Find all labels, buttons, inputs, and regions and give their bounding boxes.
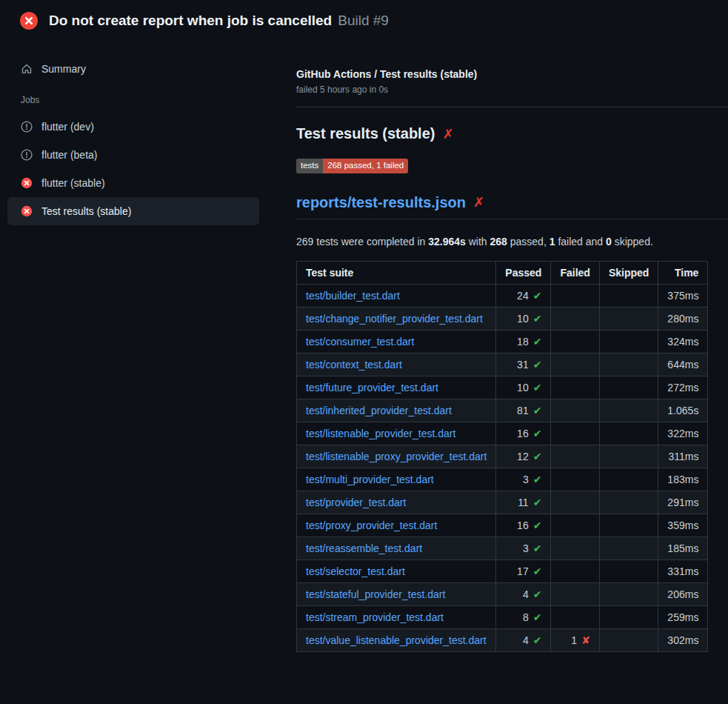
badge-value: 268 passed, 1 failed [323,159,408,173]
table-row: test/listenable_provider_test.dart16✔322… [297,422,708,445]
build-number: Build #9 [338,13,389,28]
summary-mid2: passed, [507,236,550,248]
failed-circle-icon [21,177,33,189]
table-row: test/selector_test.dart17✔331ms [297,559,708,582]
skipped-cell [599,284,658,307]
table-row: test/multi_provider_test.dart3✔183ms [297,468,708,491]
check-icon: ✔ [533,565,542,577]
page-header: Do not create report when job is cancell… [0,0,728,41]
test-suite-link[interactable]: test/consumer_test.dart [306,336,414,348]
time-cell: 206ms [658,582,708,605]
test-suite-link[interactable]: test/multi_provider_test.dart [306,474,434,485]
summary-prefix: 269 tests were completed in [296,236,428,248]
table-row: test/future_provider_test.dart10✔272ms [297,376,708,399]
check-icon: ✔ [533,290,542,302]
test-suite-link[interactable]: test/builder_test.dart [306,290,400,302]
summary-passed: 268 [490,236,507,248]
passed-cell: 16✔ [496,514,551,537]
test-suite-link[interactable]: test/inherited_provider_test.dart [306,405,452,416]
check-icon: ✔ [533,428,542,439]
skipped-cell [599,422,658,445]
sidebar-summary-label: Summary [41,63,86,75]
summary-suffix: skipped. [612,236,653,248]
skipped-cell [599,605,658,628]
failed-cell [551,514,599,537]
sidebar-item-label: flutter (dev) [41,121,94,133]
suite-cell: test/selector_test.dart [297,559,496,582]
report-link[interactable]: reports/test-results.json [296,194,466,211]
passed-count: 12 [517,451,529,462]
skipped-cell [599,399,658,422]
failed-cell [551,307,599,330]
time-cell: 322ms [658,422,708,445]
check-icon: ✔ [533,359,542,371]
col-header-passed: Passed [496,261,551,284]
passed-cell: 4✔ [496,628,551,651]
table-row: test/listenable_proxy_provider_test.dart… [297,445,708,468]
suite-cell: test/multi_provider_test.dart [297,468,496,491]
check-icon: ✔ [533,611,542,623]
sidebar-item-summary[interactable]: Summary [7,55,259,83]
skipped-cell [599,628,658,651]
test-suite-link[interactable]: test/listenable_provider_test.dart [306,428,455,439]
time-cell: 1.065s [658,399,708,422]
test-suite-link[interactable]: test/selector_test.dart [306,565,405,577]
suite-cell: test/proxy_provider_test.dart [297,514,496,537]
passed-cell: 3✔ [496,468,551,491]
passed-cell: 8✔ [496,605,551,628]
failed-cell [551,605,599,628]
failed-cell [551,445,599,468]
summary-mid1: with [466,236,490,248]
time-cell: 185ms [658,537,708,559]
time-cell: 291ms [658,491,708,514]
time-cell: 644ms [658,353,708,376]
passed-count: 81 [517,405,529,416]
sidebar-item-flutter-dev[interactable]: flutter (dev) [7,113,259,141]
suite-cell: test/provider_test.dart [297,491,496,514]
tests-badge: tests268 passed, 1 failed [296,159,408,173]
check-icon: ✔ [533,497,542,508]
test-suite-link[interactable]: test/context_test.dart [306,359,402,371]
passed-count: 18 [517,336,529,348]
sidebar-item-test-results-stable[interactable]: Test results (stable) [7,197,259,225]
time-cell: 272ms [658,376,708,399]
suite-cell: test/inherited_provider_test.dart [297,399,496,422]
summary-duration: 32.964s [428,236,466,248]
suite-cell: test/reassemble_test.dart [297,537,496,559]
failed-cell [551,422,599,445]
skipped-cell [599,330,658,353]
test-suite-link[interactable]: test/provider_test.dart [306,497,406,508]
test-suite-link[interactable]: test/change_notifier_provider_test.dart [306,313,483,325]
table-row: test/proxy_provider_test.dart16✔359ms [297,514,708,537]
table-row: test/stream_provider_test.dart8✔259ms [297,605,708,628]
test-suite-link[interactable]: test/stateful_provider_test.dart [306,588,445,600]
time-cell: 375ms [658,284,708,307]
test-suite-link[interactable]: test/listenable_proxy_provider_test.dart [306,451,487,462]
failed-cell: 1✘ [551,628,599,651]
table-row: test/change_notifier_provider_test.dart1… [297,307,708,330]
test-suite-link[interactable]: test/proxy_provider_test.dart [306,519,437,531]
passed-cell: 16✔ [496,422,551,445]
run-meta: failed 5 hours ago in 0s [296,84,704,95]
passed-cell: 12✔ [496,445,551,468]
divider [296,107,728,107]
skipped-cell [599,307,658,330]
test-suite-link[interactable]: test/value_listenable_provider_test.dart [306,634,487,646]
failed-cell [551,537,599,559]
section-title: Test results (stable) ✗ [296,125,704,142]
time-cell: 331ms [658,559,708,582]
table-row: test/inherited_provider_test.dart81✔1.06… [297,399,708,422]
test-suite-link[interactable]: test/stream_provider_test.dart [306,611,444,623]
neutral-circle-icon [21,121,33,133]
time-cell: 359ms [658,514,708,537]
suite-cell: test/value_listenable_provider_test.dart [297,628,496,651]
passed-cell: 24✔ [496,284,551,307]
sidebar-item-flutter-beta[interactable]: flutter (beta) [7,141,259,169]
passed-cell: 17✔ [496,559,551,582]
cross-icon: ✘ [581,634,590,646]
sidebar-item-flutter-stable[interactable]: flutter (stable) [7,169,259,197]
col-header-test-suite: Test suite [297,261,496,284]
test-suite-link[interactable]: test/reassemble_test.dart [306,542,422,554]
jobs-list: flutter (dev)flutter (beta)flutter (stab… [7,113,259,225]
test-suite-link[interactable]: test/future_provider_test.dart [306,382,438,393]
